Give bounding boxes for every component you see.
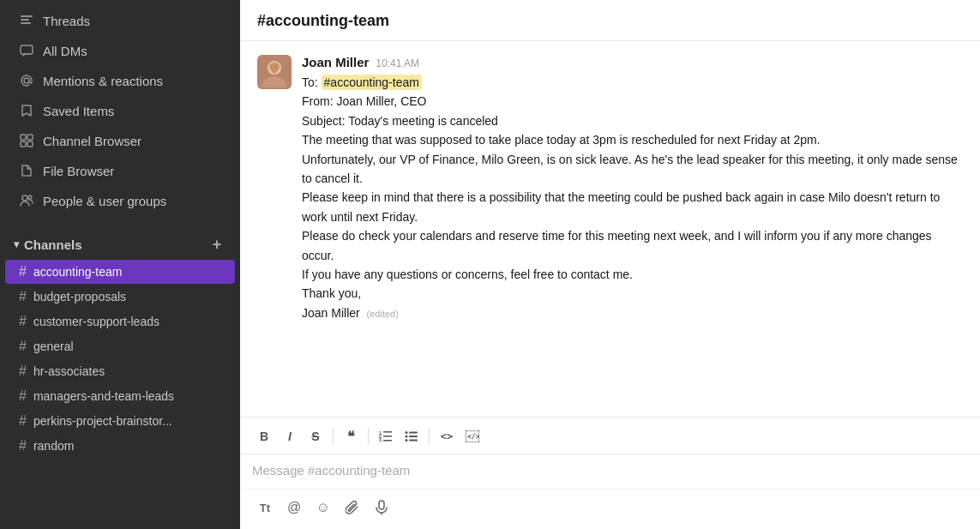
channels-section-label: Channels	[24, 237, 82, 252]
message-body: Joan Miller 10:41 AM To: #accounting-tea…	[302, 55, 963, 322]
toolbar-divider-1	[333, 428, 334, 445]
channel-name: perkins-project-brainstor...	[33, 414, 172, 428]
main-content: #accounting-team Joan Miller 10:4	[240, 0, 980, 529]
mention-button[interactable]: @	[281, 495, 307, 520]
threads-icon	[19, 13, 34, 28]
mentions-icon	[19, 73, 34, 88]
sidebar-item-mentions-label: Mentions & reactions	[43, 74, 163, 88]
svg-rect-3	[21, 45, 33, 54]
attach-button[interactable]	[340, 495, 365, 520]
code-button[interactable]: <>	[435, 424, 459, 448]
sidebar-item-mentions[interactable]: Mentions & reactions	[5, 66, 235, 95]
sidebar-item-channel-browser-label: Channel Browser	[43, 134, 141, 148]
saved-icon	[19, 103, 34, 118]
channel-item-general[interactable]: # general	[5, 334, 235, 358]
sidebar-item-people-label: People & user groups	[43, 194, 166, 208]
strikethrough-button[interactable]: S	[304, 424, 328, 448]
hash-icon: #	[19, 339, 27, 354]
sidebar-item-all-dms[interactable]: All DMs	[5, 36, 235, 65]
channel-name: budget-proposals	[33, 290, 126, 304]
message-author: Joan Miller	[302, 55, 369, 69]
svg-rect-23	[409, 436, 418, 437]
add-channel-button[interactable]: +	[207, 235, 226, 254]
channels-section-header[interactable]: ▾ Channels +	[0, 226, 240, 259]
people-icon	[19, 193, 34, 208]
svg-point-20	[406, 431, 408, 434]
bold-button[interactable]: B	[252, 424, 276, 448]
svg-text:3.: 3.	[379, 437, 383, 442]
hash-icon: #	[19, 364, 27, 379]
svg-rect-8	[27, 141, 33, 147]
svg-rect-17	[383, 436, 392, 437]
svg-point-22	[406, 436, 408, 438]
channel-item-random[interactable]: # random	[5, 434, 235, 458]
edited-label: (edited)	[367, 309, 399, 319]
body-line-7: Joan Miller	[302, 306, 360, 320]
message-content: To: #accounting-team From: Joan Miller, …	[302, 73, 963, 322]
emoji-button[interactable]: ☺	[310, 495, 336, 520]
avatar-image	[257, 55, 292, 89]
sidebar-item-file-browser-label: File Browser	[43, 164, 114, 178]
to-label: To:	[302, 75, 318, 89]
body-line-1: The meeting that was supposed to take pl…	[302, 133, 821, 147]
channel-name: customer-support-leads	[33, 315, 159, 328]
svg-rect-21	[409, 432, 418, 434]
svg-rect-28	[379, 501, 384, 509]
messages-area: Joan Miller 10:41 AM To: #accounting-tea…	[240, 41, 980, 417]
hash-icon: #	[19, 388, 27, 404]
sidebar-item-file-browser[interactable]: File Browser	[5, 156, 235, 185]
sidebar-item-people[interactable]: People & user groups	[5, 186, 235, 215]
text-format-button[interactable]: Tt	[252, 495, 278, 520]
channel-title: #accounting-team	[257, 12, 389, 29]
channel-header: #accounting-team	[240, 0, 980, 41]
body-line-5: If you have any questions or concerns, f…	[302, 268, 633, 281]
channel-item-hr-associates[interactable]: # hr-associates	[5, 359, 235, 383]
toolbar-divider-3	[429, 428, 430, 445]
mention-tag[interactable]: #accounting-team	[322, 75, 422, 90]
toolbar-divider-2	[368, 428, 369, 445]
code-block-button[interactable]: </>	[460, 424, 484, 448]
body-line-4: Please do check your calendars and reser…	[302, 229, 932, 261]
subject-line: Subject: Today's meeting is canceled	[302, 114, 498, 128]
svg-point-10	[28, 195, 32, 199]
voice-button[interactable]	[369, 495, 394, 520]
sidebar-item-channel-browser[interactable]: Channel Browser	[5, 126, 235, 155]
hash-icon: #	[19, 438, 27, 454]
message-header: Joan Miller 10:41 AM	[302, 55, 963, 69]
sidebar: Threads All DMs Mentions & reactions Sav…	[0, 0, 240, 529]
channel-item-managers-and-team-leads[interactable]: # managers-and-team-leads	[5, 384, 235, 408]
chevron-down-icon: ▾	[14, 238, 19, 250]
channel-name: managers-and-team-leads	[33, 389, 174, 403]
svg-point-4	[24, 78, 29, 83]
body-line-3: Please keep in mind that there is a poss…	[302, 190, 940, 223]
svg-rect-6	[27, 135, 33, 140]
sidebar-item-threads[interactable]: Threads	[5, 6, 235, 35]
quote-button[interactable]: ❝	[339, 424, 363, 448]
italic-button[interactable]: I	[278, 424, 302, 448]
body-line-2: Unfortunately, our VP of Finance, Milo G…	[302, 153, 958, 185]
sidebar-nav-section: Threads All DMs Mentions & reactions Sav…	[0, 5, 240, 216]
channel-item-budget-proposals[interactable]: # budget-proposals	[5, 285, 235, 309]
sidebar-item-threads-label: Threads	[43, 14, 90, 28]
svg-rect-1	[21, 19, 29, 21]
svg-rect-7	[21, 141, 26, 147]
svg-point-9	[22, 195, 27, 201]
channel-item-accounting-team[interactable]: # accounting-team	[5, 260, 235, 284]
channels-section: ▾ Channels + # accounting-team # budget-…	[0, 226, 240, 459]
channel-item-customer-support-leads[interactable]: # customer-support-leads	[5, 310, 235, 334]
channel-browser-icon	[19, 133, 34, 148]
unordered-list-button[interactable]	[400, 424, 424, 448]
avatar	[257, 55, 292, 89]
channel-item-perkins-project[interactable]: # perkins-project-brainstor...	[5, 409, 235, 433]
svg-point-24	[406, 439, 408, 442]
body-line-6: Thank you,	[302, 286, 361, 300]
message-input[interactable]: Message #accounting-team	[240, 454, 980, 489]
composer-toolbar: B I S ❝ 1.2.3. <> </>	[240, 418, 980, 454]
hash-icon: #	[19, 314, 27, 329]
ordered-list-button[interactable]: 1.2.3.	[374, 424, 398, 448]
dms-icon	[19, 43, 34, 58]
hash-icon: #	[19, 289, 27, 304]
channel-name: accounting-team	[33, 265, 123, 279]
sidebar-item-saved[interactable]: Saved Items	[5, 96, 235, 125]
svg-rect-2	[21, 22, 31, 24]
